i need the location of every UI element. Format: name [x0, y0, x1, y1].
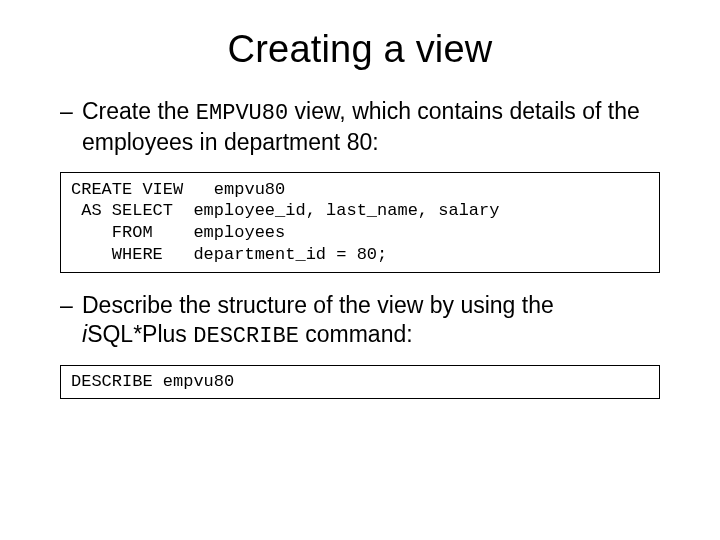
- bullet-2-text-a: Describe the structure of the view by us…: [82, 292, 554, 318]
- code-block-describe: DESCRIBE empvu80: [60, 365, 660, 399]
- bullet-1: – Create the EMPVU80 view, which contain…: [60, 97, 660, 158]
- bullet-list: – Create the EMPVU80 view, which contain…: [60, 97, 660, 399]
- bullet-2: – Describe the structure of the view by …: [60, 291, 660, 352]
- page-title: Creating a view: [60, 28, 660, 71]
- slide: Creating a view – Create the EMPVU80 vie…: [0, 0, 720, 540]
- bullet-dash: –: [60, 291, 73, 320]
- bullet-2-text-c: command:: [299, 321, 413, 347]
- bullet-dash: –: [60, 97, 73, 126]
- bullet-2-code: DESCRIBE: [193, 324, 299, 349]
- bullet-1-text-a: Create the: [82, 98, 196, 124]
- bullet-1-code: EMPVU80: [196, 101, 288, 126]
- code-block-create-view: CREATE VIEW empvu80 AS SELECT employee_i…: [60, 172, 660, 273]
- bullet-2-text-b: SQL*Plus: [87, 321, 193, 347]
